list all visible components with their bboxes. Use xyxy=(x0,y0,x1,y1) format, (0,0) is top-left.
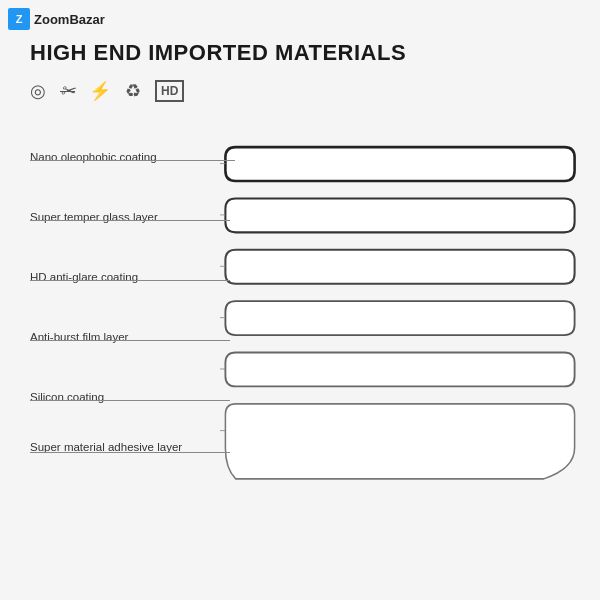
label-nano: Nano oleophobic coating xyxy=(30,150,157,165)
main-content: HIGH END IMPORTED MATERIALS ◎ ✂ ⚡ ♻ HD N… xyxy=(30,40,580,580)
logo-text: ZoomBazar xyxy=(34,12,105,27)
logo-letter: Z xyxy=(16,13,23,25)
hd-badge: HD xyxy=(155,80,184,102)
label-temper: Super temper glass layer xyxy=(30,210,158,225)
page-title: HIGH END IMPORTED MATERIALS xyxy=(30,40,580,66)
fingerprint-icon: ◎ xyxy=(30,82,46,100)
connector-line-6 xyxy=(30,452,230,453)
logo: Z ZoomBazar xyxy=(8,8,105,30)
logo-icon: Z xyxy=(8,8,30,30)
connector-line-1 xyxy=(30,160,230,161)
layer-labels: Nano oleophobic coating Super temper gla… xyxy=(30,132,225,552)
recycle-icon: ♻ xyxy=(125,82,141,100)
label-hd-antiglare: HD anti-glare coating xyxy=(30,270,138,285)
connector-line-5 xyxy=(30,400,230,401)
connector-line-2 xyxy=(30,220,230,221)
label-antiburst: Anti-burst film layer xyxy=(30,330,128,345)
features-icons-row: ◎ ✂ ⚡ ♻ HD xyxy=(30,80,580,102)
feather-icon: ⚡ xyxy=(89,82,111,100)
scissors-icon: ✂ xyxy=(60,82,75,100)
connector-line-4 xyxy=(30,340,230,341)
layers-diagram: Nano oleophobic coating Super temper gla… xyxy=(30,132,580,552)
connector-line-3 xyxy=(30,280,230,281)
label-silicon: Silicon coating xyxy=(30,390,104,405)
layers-svg xyxy=(220,142,580,522)
